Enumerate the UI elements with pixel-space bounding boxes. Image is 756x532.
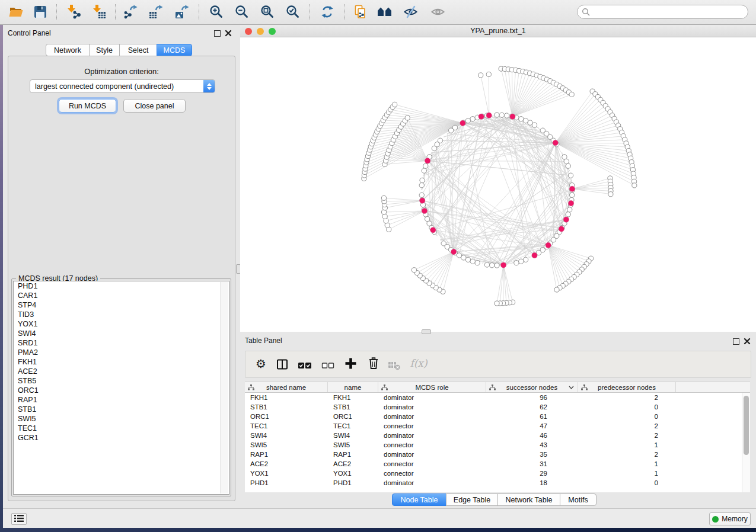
tab-style[interactable]: Style xyxy=(89,44,120,56)
network-node[interactable] xyxy=(499,113,504,117)
network-node[interactable] xyxy=(566,164,570,168)
save-button[interactable] xyxy=(31,4,50,21)
mcds-hub-node[interactable] xyxy=(420,198,425,203)
mcds-hub-node[interactable] xyxy=(479,114,484,119)
network-node[interactable] xyxy=(495,113,499,117)
mcds-hub-node[interactable] xyxy=(532,252,537,258)
zoom-fit-button[interactable] xyxy=(258,4,277,21)
table-row[interactable]: SWI5SWI5connector431 xyxy=(245,440,750,450)
table-row[interactable]: ORC1ORC1dominator610 xyxy=(245,412,750,421)
mcds-hub-node[interactable] xyxy=(486,113,492,118)
network-node[interactable] xyxy=(519,259,524,264)
deselect-all-button[interactable] xyxy=(321,359,335,373)
export-image-button[interactable] xyxy=(173,4,192,21)
result-scrollbar[interactable] xyxy=(220,282,228,493)
table-row[interactable]: FKH1FKH1dominator962 xyxy=(245,393,750,402)
network-node[interactable] xyxy=(484,262,489,267)
table-row[interactable]: RAP1RAP1dominator352 xyxy=(245,450,750,459)
horizontal-splitter-grip[interactable] xyxy=(422,329,431,334)
column-header-predecessor-nodes[interactable]: predecessor nodes xyxy=(578,382,676,392)
tab-select[interactable]: Select xyxy=(119,44,157,56)
table-row[interactable]: TEC1TEC1connector472 xyxy=(245,421,750,431)
result-list-item[interactable]: GCR1 xyxy=(14,433,229,443)
zoom-selected-button[interactable] xyxy=(283,4,302,21)
table-row[interactable]: YOX1YOX1connector291 xyxy=(245,469,750,478)
result-list-item[interactable]: YOX1 xyxy=(14,319,229,329)
network-node[interactable] xyxy=(532,123,537,127)
memory-button[interactable]: Memory xyxy=(709,512,751,525)
column-header-successor-nodes[interactable]: successor nodes xyxy=(486,382,578,392)
network-node[interactable] xyxy=(470,259,475,264)
refresh-button[interactable] xyxy=(318,4,337,21)
network-node[interactable] xyxy=(419,182,424,187)
hide-selected-button[interactable] xyxy=(401,4,420,21)
network-node[interactable] xyxy=(438,138,442,143)
mcds-hub-node[interactable] xyxy=(425,158,430,164)
network-node[interactable] xyxy=(514,260,519,265)
network-canvas[interactable] xyxy=(240,37,756,332)
network-node[interactable] xyxy=(452,125,457,130)
network-node[interactable] xyxy=(523,257,528,262)
mcds-hub-node[interactable] xyxy=(510,114,515,119)
network-node[interactable] xyxy=(423,164,428,168)
result-list-item[interactable]: RAP1 xyxy=(14,395,229,405)
column-header-mcds-role[interactable]: MCDS role xyxy=(378,382,486,392)
table-row[interactable]: STB1STB1dominator620 xyxy=(245,402,750,412)
result-list-item[interactable]: PHD1 xyxy=(14,281,229,291)
network-node[interactable] xyxy=(382,214,387,219)
tab-node-table[interactable]: Node Table xyxy=(392,493,446,506)
tab-network-table[interactable]: Network Table xyxy=(497,493,560,506)
network-node[interactable] xyxy=(479,73,483,78)
network-node[interactable] xyxy=(412,268,416,273)
network-node[interactable] xyxy=(632,183,637,188)
select-all-button[interactable] xyxy=(297,359,312,373)
network-node[interactable] xyxy=(419,193,424,197)
result-list-item[interactable]: SRD1 xyxy=(14,338,229,348)
network-node[interactable] xyxy=(495,263,499,268)
search-input[interactable] xyxy=(592,6,748,18)
mcds-hub-node[interactable] xyxy=(568,200,573,206)
network-node[interactable] xyxy=(554,287,559,292)
mcds-hub-node[interactable] xyxy=(553,140,558,145)
result-list-item[interactable]: SWI5 xyxy=(14,414,229,424)
network-node[interactable] xyxy=(486,72,491,76)
result-list-item[interactable]: CAR1 xyxy=(14,291,229,300)
table-scrollbar[interactable] xyxy=(742,393,750,492)
result-list-item[interactable]: ORC1 xyxy=(14,386,229,395)
network-node[interactable] xyxy=(504,113,509,118)
mcds-hub-node[interactable] xyxy=(500,262,506,268)
tab-motifs[interactable]: Motifs xyxy=(560,493,596,506)
result-list-item[interactable]: TID3 xyxy=(14,310,229,319)
close-panel-button[interactable]: Close panel xyxy=(123,99,186,113)
show-columns-button[interactable] xyxy=(275,358,289,372)
network-node[interactable] xyxy=(420,178,425,182)
network-node[interactable] xyxy=(569,92,574,97)
clone-network-button[interactable] xyxy=(351,4,370,21)
mcds-hub-node[interactable] xyxy=(546,242,551,248)
search-network-button[interactable] xyxy=(375,4,394,21)
network-node[interactable] xyxy=(608,192,613,197)
network-node[interactable] xyxy=(519,117,524,121)
network-node[interactable] xyxy=(393,102,397,107)
result-list-item[interactable]: STB1 xyxy=(14,405,229,414)
result-list-item[interactable]: PMA2 xyxy=(14,348,229,357)
table-row[interactable]: SWI4SWI4dominator462 xyxy=(245,431,750,440)
show-hidden-button[interactable] xyxy=(429,4,448,21)
network-node[interactable] xyxy=(465,118,470,123)
column-header-name[interactable]: name xyxy=(328,382,378,392)
tab-mcds[interactable]: MCDS xyxy=(157,44,192,56)
task-history-button[interactable] xyxy=(11,513,27,525)
table-row[interactable]: PHD1PHD1dominator180 xyxy=(245,478,750,488)
network-node[interactable] xyxy=(384,219,388,223)
mcds-hub-node[interactable] xyxy=(563,217,569,222)
mcds-hub-node[interactable] xyxy=(569,186,575,191)
mcds-hub-node[interactable] xyxy=(559,226,564,232)
result-list-item[interactable]: SWI4 xyxy=(14,329,229,338)
import-table-button[interactable] xyxy=(90,4,109,21)
network-graph[interactable] xyxy=(240,37,756,332)
network-node[interactable] xyxy=(570,193,575,197)
result-list-item[interactable]: STP4 xyxy=(14,300,229,310)
network-node[interactable] xyxy=(425,216,429,221)
mcds-hub-node[interactable] xyxy=(422,208,427,213)
result-list-item[interactable]: TEC1 xyxy=(14,424,229,433)
